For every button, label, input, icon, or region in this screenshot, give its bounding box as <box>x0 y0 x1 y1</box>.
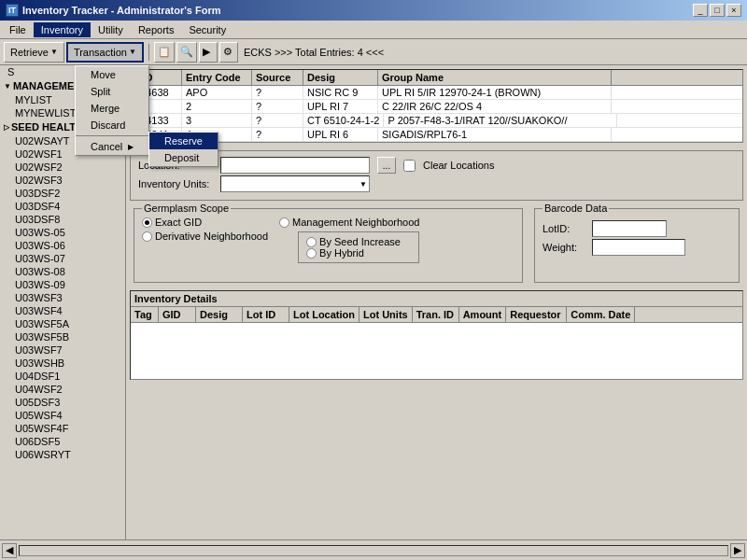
weight-input[interactable] <box>592 239 685 256</box>
toolbar-icon-1[interactable]: 📋 <box>154 42 175 63</box>
sidebar-u06wsryt[interactable]: U06WSRYT <box>0 448 125 461</box>
sidebar-u06dsf5[interactable]: U06DSF5 <box>0 435 125 448</box>
sidebar-u02wsf2[interactable]: U02WSF2 <box>0 161 125 174</box>
toolbar: Retrieve ▼ Transaction ▼ 📋 🔍 ▶ ⚙ ECKS >>… <box>0 39 747 65</box>
menu-discard[interactable]: Discard <box>76 117 148 133</box>
cell-entry-code: APO <box>182 86 252 99</box>
inventory-units-select[interactable]: ▼ <box>220 175 370 192</box>
lotid-input[interactable] <box>592 220 667 237</box>
menu-split[interactable]: Split <box>76 83 148 100</box>
menu-cancel[interactable]: Cancel ▶ <box>76 138 148 155</box>
by-hybrid-radio-btn[interactable] <box>306 248 317 259</box>
close-button[interactable]: × <box>726 4 741 17</box>
exact-gid-radio[interactable]: Exact GID <box>142 217 268 228</box>
sidebar-u03ws09[interactable]: U03WS-09 <box>0 278 125 291</box>
cell-source: ? <box>252 128 303 141</box>
exact-gid-radio-btn[interactable] <box>142 217 152 228</box>
sidebar-u03dsf2[interactable]: U03DSF2 <box>0 187 125 200</box>
cell-desig: NSIC RC 9 <box>303 86 378 99</box>
toolbar-icon-2[interactable]: 🔍 <box>176 42 197 63</box>
menu-divider <box>76 135 148 136</box>
cell-desig: UPL RI 6 <box>303 128 378 141</box>
maximize-button[interactable]: □ <box>710 4 725 17</box>
sidebar-u03wsf7[interactable]: U03WSF7 <box>0 343 125 357</box>
submenu-deposit[interactable]: Deposit <box>149 149 218 166</box>
menu-move[interactable]: Move <box>76 66 148 83</box>
sidebar-u03wsf5b[interactable]: U03WSF5B <box>0 330 125 343</box>
title-bar-buttons[interactable]: _ □ × <box>693 4 741 17</box>
sidebar-u03wshb[interactable]: U03WSHB <box>0 357 125 370</box>
mgmt-sub-options: By Seed Increase By Hybrid <box>298 231 419 263</box>
col-entry-code: Entry Code <box>182 70 252 85</box>
inv-col-lotid: Lot ID <box>243 307 289 322</box>
sidebar-u02wsf3[interactable]: U02WSF3 <box>0 174 125 187</box>
cell-source: ? <box>252 100 303 113</box>
derivative-radio-btn[interactable] <box>142 231 152 242</box>
cell-group-name: C 22/IR 26/C 22/OS 4 <box>378 100 612 113</box>
scroll-area: ◀ ▶ <box>0 539 747 560</box>
location-input[interactable] <box>220 157 370 174</box>
sidebar-u05wsf4f[interactable]: U05WSF4F <box>0 422 125 435</box>
horizontal-scrollbar[interactable] <box>19 545 728 556</box>
mgmt-neighborhood-radio-btn[interactable] <box>279 217 289 228</box>
minimize-button[interactable]: _ <box>693 4 708 17</box>
location-row: Location: ... Clear Locations <box>138 157 735 174</box>
toolbar-status: ECKS >>> Total Entries: 4 <<< <box>244 47 384 58</box>
cell-desig: CT 6510-24-1-2 <box>303 114 384 127</box>
inventory-details-table: Inventory Details Tag GID Desig Lot ID L… <box>130 290 743 380</box>
by-hybrid-label: By Hybrid <box>319 247 364 259</box>
sidebar-u03wsf3[interactable]: U03WSF3 <box>0 291 125 304</box>
toolbar-icon-3[interactable]: ▶ <box>199 42 218 63</box>
sidebar-u04dsf1[interactable]: U04DSF1 <box>0 370 125 383</box>
sidebar-u03ws08[interactable]: U03WS-08 <box>0 265 125 278</box>
title-bar: IT Inventory Tracker - Administrator's F… <box>0 0 747 21</box>
clear-locations-checkbox[interactable] <box>403 160 416 172</box>
toolbar-icon-4[interactable]: ⚙ <box>219 42 238 63</box>
transaction-button[interactable]: Transaction ▼ <box>66 42 144 63</box>
scroll-right-button[interactable]: ▶ <box>730 543 745 558</box>
grid-row[interactable]: 510241 4 ? UPL RI 6 SIGADIS/RPL76-1 <box>131 128 742 142</box>
menu-merge[interactable]: Merge <box>76 100 148 117</box>
menu-file[interactable]: File <box>2 22 34 37</box>
menu-utility[interactable]: Utility <box>91 22 131 37</box>
sidebar-u03ws05[interactable]: U03WS-05 <box>0 226 125 239</box>
transaction-arrow: ▼ <box>129 48 136 56</box>
menu-reports[interactable]: Reports <box>131 22 182 37</box>
inv-col-gid: GID <box>159 307 196 322</box>
sidebar-u03dsf8[interactable]: U03DSF8 <box>0 213 125 226</box>
submenu-reserve[interactable]: Reserve <box>149 133 218 149</box>
inv-table-header: Tag GID Desig Lot ID Lot Location Lot Un… <box>131 307 742 323</box>
sidebar-u03ws06[interactable]: U03WS-06 <box>0 239 125 252</box>
by-seed-label: By Seed Increase <box>319 236 401 247</box>
exact-gid-label: Exact GID <box>155 217 202 228</box>
inv-col-lot-location: Lot Location <box>289 307 359 322</box>
sidebar-u04wsf2[interactable]: U04WSF2 <box>0 383 125 396</box>
sidebar-u05wsf4[interactable]: U05WSF4 <box>0 409 125 422</box>
grid-row[interactable]: 204638 APO ? NSIC RC 9 UPL RI 5/IR 12970… <box>131 86 742 100</box>
col-group-name: Group Name <box>378 70 612 85</box>
by-seed-increase-radio[interactable]: By Seed Increase <box>306 236 411 247</box>
app-icon: IT <box>6 4 19 17</box>
mgmt-neighborhood-radio[interactable]: Management Neighborhood <box>279 217 419 228</box>
derivative-radio[interactable]: Derivative Neighborhood <box>142 231 268 242</box>
inv-col-requestor: Requestor <box>506 307 567 322</box>
menu-inventory[interactable]: Inventory <box>34 22 91 37</box>
retrieve-button[interactable]: Retrieve ▼ <box>4 42 64 63</box>
sidebar-u05dsf3[interactable]: U05DSF3 <box>0 396 125 409</box>
sidebar-u03ws07[interactable]: U03WS-07 <box>0 252 125 265</box>
main-data-grid: GID Entry Code Source Desig Group Name 2… <box>130 69 743 143</box>
grid-row[interactable]: 2 ? UPL RI 7 C 22/IR 26/C 22/OS 4 <box>131 100 742 114</box>
scroll-left-button[interactable]: ◀ <box>2 543 17 558</box>
sidebar-u03dsf4[interactable]: U03DSF4 <box>0 200 125 213</box>
grid-row[interactable]: 404133 3 ? CT 6510-24-1-2 P 2057-F48-3-1… <box>131 114 742 128</box>
sidebar-u03wsf5a[interactable]: U03WSF5A <box>0 317 125 330</box>
location-browse-button[interactable]: ... <box>377 157 396 174</box>
inv-col-tran-id: Tran. ID <box>413 307 459 322</box>
mgmt-neighborhood-group: Management Neighborhood By Seed Increase… <box>279 217 419 263</box>
by-hybrid-radio[interactable]: By Hybrid <box>306 247 411 259</box>
menu-security[interactable]: Security <box>181 22 233 37</box>
cell-desig: UPL RI 7 <box>303 100 378 113</box>
by-seed-radio-btn[interactable] <box>306 237 317 247</box>
sidebar-u03wsf4[interactable]: U03WSF4 <box>0 304 125 317</box>
clear-locations-label: Clear Locations <box>423 160 494 171</box>
